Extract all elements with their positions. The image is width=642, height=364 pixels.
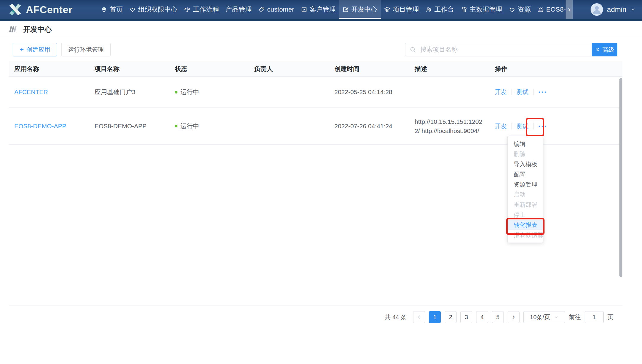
page-title: 开发中心 bbox=[23, 25, 52, 34]
nav-item-resources[interactable]: 资源 bbox=[506, 0, 534, 19]
page-size-select[interactable]: 10条/页 bbox=[523, 311, 565, 323]
nav-item-workbench[interactable]: 工作台 bbox=[422, 0, 457, 19]
nav-label: 资源 bbox=[518, 5, 531, 14]
breadcrumb: 开发中心 bbox=[0, 21, 642, 38]
test-action-link[interactable]: 测试 bbox=[512, 123, 533, 129]
goto-unit: 页 bbox=[608, 313, 613, 321]
menu-item-report-datasource[interactable]: 报表数据源 bbox=[508, 230, 543, 240]
goto-page-input[interactable] bbox=[585, 311, 604, 323]
nav-item-org-center[interactable]: 组织权限中心 bbox=[126, 0, 181, 19]
col-app-name: 应用名称 bbox=[9, 65, 89, 73]
col-project-name: 项目名称 bbox=[89, 65, 169, 73]
nav-label: 工作流程 bbox=[193, 5, 219, 14]
nav-label: customer bbox=[267, 6, 294, 13]
nav-item-home[interactable]: 首页 bbox=[97, 0, 126, 19]
app-name-link[interactable]: EOS8-DEMO-APP bbox=[14, 123, 66, 129]
nav-scroll-right-button[interactable]: › bbox=[566, 0, 573, 19]
row-actions: 开发 测试 ··· bbox=[490, 123, 622, 129]
edit-square-icon bbox=[342, 6, 349, 13]
col-status: 状态 bbox=[169, 65, 249, 73]
avatar bbox=[591, 3, 603, 16]
more-actions-icon[interactable]: ··· bbox=[533, 89, 547, 95]
table-header: 应用名称 项目名称 状态 负责人 创建时间 描述 操作 bbox=[9, 61, 622, 77]
created-cell: 2022-05-25 04:14:28 bbox=[329, 88, 409, 96]
plus-icon: + bbox=[20, 46, 24, 53]
menu-item-delete[interactable]: 删除 bbox=[508, 149, 543, 159]
nav-label: 产品管理 bbox=[226, 5, 252, 14]
nav-label: 工作台 bbox=[435, 5, 454, 14]
toolbar-buttons: + 创建应用 运行环境管理 bbox=[13, 43, 111, 56]
menu-item-stop[interactable]: 停止 bbox=[508, 210, 543, 220]
alarm-icon bbox=[537, 6, 544, 13]
next-page-button[interactable]: › bbox=[508, 311, 520, 323]
nav-label: 项目管理 bbox=[393, 5, 419, 14]
page-button-2[interactable]: 2 bbox=[445, 311, 457, 323]
page-button-5[interactable]: 5 bbox=[492, 311, 504, 323]
page-button-3[interactable]: 3 bbox=[460, 311, 472, 323]
user-menu[interactable]: admin bbox=[591, 0, 636, 19]
search-bar: 高级 bbox=[405, 43, 617, 56]
menu-item-convert-report[interactable]: 转化报表 bbox=[508, 220, 543, 230]
col-actions: 操作 bbox=[490, 65, 622, 73]
nav-label: 首页 bbox=[110, 5, 123, 14]
project-name-cell: EOS8-DEMO-APP bbox=[89, 123, 169, 130]
row-context-menu: 编辑 删除 导入模板 配置 资源管理 启动 重新部署 停止 转化报表 报表数据源 bbox=[507, 136, 543, 243]
status-badge: 运行中 bbox=[175, 88, 243, 96]
runtime-env-button[interactable]: 运行环境管理 bbox=[61, 43, 111, 56]
created-cell: 2022-07-26 04:41:24 bbox=[329, 123, 409, 130]
menu-item-start[interactable]: 启动 bbox=[508, 189, 543, 200]
menu-item-configure[interactable]: 配置 bbox=[508, 169, 543, 179]
chevron-right-icon: › bbox=[568, 5, 570, 14]
brand[interactable]: AFCenter bbox=[0, 0, 73, 19]
menu-item-redeploy[interactable]: 重新部署 bbox=[508, 200, 543, 210]
chevron-down-icon bbox=[554, 315, 558, 319]
layers-icon bbox=[384, 6, 391, 13]
tag-icon bbox=[258, 6, 265, 13]
nav-label: 组织权限中心 bbox=[138, 5, 177, 14]
page-size-value: 10条/页 bbox=[530, 313, 550, 321]
search-input[interactable] bbox=[405, 43, 592, 56]
goto-label: 前往 bbox=[569, 313, 581, 321]
status-dot-icon bbox=[175, 125, 177, 127]
nav-item-dev-center[interactable]: 开发中心 bbox=[339, 0, 381, 19]
menu-item-edit[interactable]: 编辑 bbox=[508, 139, 543, 149]
nav-item-eos8-demo-app[interactable]: EOS8-DEMO-APP bbox=[534, 0, 566, 19]
col-description: 描述 bbox=[409, 65, 490, 73]
double-chevron-down-icon bbox=[595, 47, 600, 52]
advanced-label: 高级 bbox=[602, 46, 614, 54]
table-row: AFCENTER 应用基础门户3 运行中 2022-05-25 04:14:28… bbox=[9, 77, 622, 108]
menu-item-import-template[interactable]: 导入模板 bbox=[508, 159, 543, 169]
afcenter-logo-icon bbox=[8, 3, 22, 16]
runtime-env-label: 运行环境管理 bbox=[68, 46, 104, 54]
prev-page-button[interactable]: ‹ bbox=[413, 311, 425, 323]
nav-item-workflow[interactable]: 工作流程 bbox=[181, 0, 222, 19]
nav-item-customer-mgmt[interactable]: 客户管理 bbox=[298, 0, 339, 19]
home-pin-icon bbox=[101, 6, 107, 13]
nav-label: 开发中心 bbox=[351, 5, 377, 14]
pagination: 共 44 条 ‹ 1 2 3 4 5 › 10条/页 前往 页 bbox=[0, 311, 613, 323]
page-button-1[interactable]: 1 bbox=[429, 311, 441, 323]
tools-icon bbox=[461, 6, 467, 13]
nav-item-product-mgmt[interactable]: 产品管理 bbox=[222, 0, 255, 19]
more-actions-icon[interactable]: ··· bbox=[533, 123, 547, 129]
org-heart-icon bbox=[129, 6, 136, 13]
col-created: 创建时间 bbox=[329, 65, 409, 73]
app-name-link[interactable]: AFCENTER bbox=[14, 88, 48, 95]
create-app-button[interactable]: + 创建应用 bbox=[13, 43, 57, 56]
page-button-4[interactable]: 4 bbox=[476, 311, 488, 323]
menu-item-resource-mgmt[interactable]: 资源管理 bbox=[508, 179, 543, 189]
nav-item-project-mgmt[interactable]: 项目管理 bbox=[381, 0, 422, 19]
dev-action-link[interactable]: 开发 bbox=[495, 123, 512, 129]
nav-item-master-data[interactable]: 主数据管理 bbox=[457, 0, 506, 19]
nav-item-customer[interactable]: customer bbox=[255, 0, 297, 19]
dev-action-link[interactable]: 开发 bbox=[495, 89, 512, 95]
username: admin bbox=[607, 5, 626, 14]
vertical-scrollbar[interactable] bbox=[619, 78, 622, 277]
workflow-scales-icon bbox=[184, 6, 191, 13]
project-name-cell: 应用基础门户3 bbox=[89, 88, 169, 96]
create-app-label: 创建应用 bbox=[26, 46, 50, 54]
test-action-link[interactable]: 测试 bbox=[512, 89, 533, 95]
total-count: 共 44 条 bbox=[385, 313, 407, 321]
advanced-search-button[interactable]: 高级 bbox=[592, 43, 617, 56]
chevron-down-icon bbox=[630, 7, 636, 12]
